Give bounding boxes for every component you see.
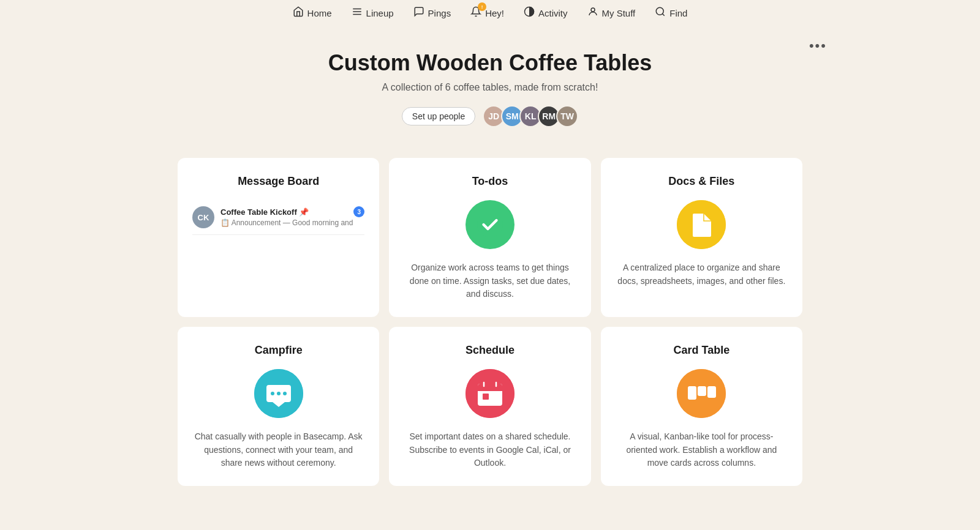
nav-lineup[interactable]: Lineup — [352, 6, 394, 20]
home-icon — [293, 6, 304, 20]
svg-rect-22 — [698, 386, 706, 396]
message-board-title: Message Board — [192, 175, 364, 188]
project-header: Custom Wooden Coffee Tables A collection… — [178, 38, 802, 146]
nav-find[interactable]: Find — [655, 6, 687, 20]
nav-hey[interactable]: ! Hey! — [470, 6, 504, 20]
todos-icon-wrap — [404, 200, 576, 249]
schedule-description: Set important dates on a shared schedule… — [404, 430, 576, 470]
svg-point-7 — [477, 212, 503, 237]
mystuff-icon — [587, 6, 598, 20]
message-item[interactable]: CK Coffee Table Kickoff 📌 3 📋 Announceme… — [192, 200, 364, 235]
svg-rect-19 — [483, 394, 489, 400]
svg-rect-16 — [478, 387, 502, 391]
nav-mystuff[interactable]: My Stuff — [587, 6, 636, 20]
avatars-group: JD SM KL RM TW — [483, 105, 578, 127]
nav-lineup-label: Lineup — [366, 8, 394, 18]
svg-point-5 — [657, 7, 664, 15]
schedule-card[interactable]: Schedule Set important dates on a shared… — [389, 327, 590, 486]
svg-rect-23 — [707, 386, 716, 398]
nav-activity-label: Activity — [538, 8, 568, 18]
campfire-icon-wrap — [192, 369, 364, 418]
card-table-description: A visual, Kanban-like tool for process-o… — [616, 430, 788, 470]
more-options-button[interactable]: ••• — [809, 38, 827, 54]
nav-mystuff-label: My Stuff — [602, 8, 636, 18]
main-content: ••• Custom Wooden Coffee Tables A collec… — [153, 26, 827, 510]
schedule-icon — [466, 369, 514, 418]
svg-line-6 — [663, 13, 665, 15]
nav-pings-label: Pings — [428, 8, 451, 18]
schedule-title: Schedule — [404, 344, 576, 357]
nav-pings[interactable]: Pings — [413, 6, 451, 20]
campfire-title: Campfire — [192, 344, 364, 357]
svg-point-10 — [271, 392, 274, 395]
find-icon — [655, 6, 666, 20]
todos-title: To-dos — [404, 175, 576, 188]
people-section: Set up people JD SM KL RM TW — [178, 105, 802, 127]
nav-find-label: Find — [669, 8, 687, 18]
card-table-title: Card Table — [616, 344, 788, 357]
message-title: Coffee Table Kickoff 📌 3 — [221, 206, 364, 217]
card-table-card[interactable]: Card Table A visual, Kanban-like tool fo… — [601, 327, 802, 486]
svg-point-11 — [277, 392, 281, 395]
svg-point-4 — [591, 8, 595, 12]
card-table-icon-wrap — [616, 369, 788, 418]
hey-icon: ! — [470, 6, 481, 20]
pings-icon — [413, 6, 424, 20]
nav-home-label: Home — [307, 8, 332, 18]
setup-people-button[interactable]: Set up people — [402, 107, 475, 125]
lineup-icon — [352, 6, 363, 20]
svg-rect-21 — [688, 386, 696, 400]
campfire-card[interactable]: Campfire Chat casually with people in Ba… — [178, 327, 379, 486]
todos-description: Organize work across teams to get things… — [404, 261, 576, 301]
message-badge: 3 — [353, 206, 364, 217]
message-board-card[interactable]: Message Board CK Coffee Table Kickoff 📌 … — [178, 158, 379, 317]
card-table-icon — [677, 369, 726, 418]
svg-point-12 — [283, 392, 287, 395]
message-author-avatar: CK — [192, 206, 214, 228]
project-title: Custom Wooden Coffee Tables — [178, 50, 802, 76]
docs-files-title: Docs & Files — [616, 175, 788, 188]
message-content: Coffee Table Kickoff 📌 3 📋 Announcement … — [221, 206, 364, 227]
campfire-icon — [254, 369, 303, 418]
docs-files-icon — [677, 200, 726, 249]
avatar: TW — [556, 105, 578, 127]
activity-icon — [524, 6, 535, 20]
nav-home[interactable]: Home — [293, 6, 332, 20]
nav-hey-label: Hey! — [485, 8, 504, 18]
todos-icon — [466, 200, 514, 249]
docs-files-card[interactable]: Docs & Files A centralized place to orga… — [601, 158, 802, 317]
schedule-icon-wrap — [404, 369, 576, 418]
message-subtitle: 📋 Announcement — Good morning and — [221, 218, 364, 227]
docs-files-icon-wrap — [616, 200, 788, 249]
top-navigation: Home Lineup Pings ! Hey! Activity My Stu… — [0, 0, 980, 26]
docs-files-description: A centralized place to organize and shar… — [616, 261, 788, 288]
campfire-description: Chat casually with people in Basecamp. A… — [192, 430, 364, 470]
feature-grid: Message Board CK Coffee Table Kickoff 📌 … — [178, 158, 802, 486]
todos-card[interactable]: To-dos Organize work across teams to get… — [389, 158, 590, 317]
nav-activity[interactable]: Activity — [524, 6, 568, 20]
project-description: A collection of 6 coffee tables, made fr… — [178, 82, 802, 93]
